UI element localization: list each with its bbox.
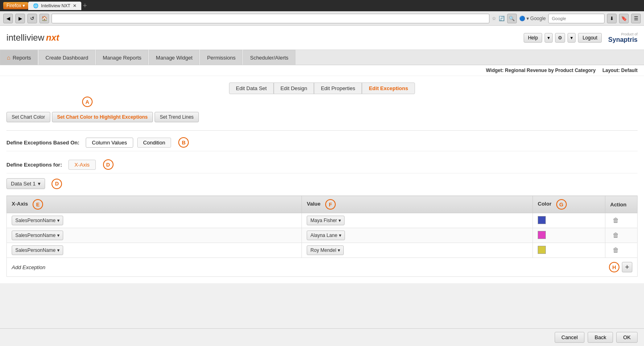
main-content: Edit Data Set Edit Design Edit Propertie… xyxy=(0,76,644,283)
home-icon: ⌂ xyxy=(7,54,10,61)
col-header-value: Value F xyxy=(302,196,533,213)
nav-tabs: ⌂ Reports Create Dashboard Manage Report… xyxy=(0,50,644,65)
back-button[interactable]: ◀ xyxy=(3,14,13,23)
logo-nxt: nxt xyxy=(46,33,59,43)
color-cell-2 xyxy=(533,228,605,243)
delete-button-3[interactable]: 🗑 xyxy=(610,246,621,255)
header-right: Help ▾ ⚙ ▾ Logout Product of Synaptris xyxy=(524,32,638,43)
x-axis-tab[interactable]: X-Axis xyxy=(68,160,96,170)
define-exceptions-label: Define Exceptions Based On: xyxy=(6,140,79,146)
download-button[interactable]: ⬇ xyxy=(607,14,617,23)
exception-table: X-Axis E Value F Color G Action Sa xyxy=(6,196,638,258)
tab-edit-exceptions[interactable]: Edit Exceptions xyxy=(362,82,415,94)
settings-arrow-button[interactable]: ▾ xyxy=(568,33,576,43)
x-axis-cell-1: SalesPersonName ▾ xyxy=(7,213,302,228)
chart-color-bar: Set Chart Color Set Chart Color to Highl… xyxy=(6,112,638,122)
annotation-d: D xyxy=(52,179,62,189)
define-exceptions-based-on-section: Define Exceptions Based On: Column Value… xyxy=(6,134,638,151)
set-chart-color-button[interactable]: Set Chart Color xyxy=(6,112,50,122)
firefox-button[interactable]: Firefox ▾ xyxy=(3,2,28,9)
search-button[interactable]: 🔍 xyxy=(507,14,517,23)
tab-close-icon[interactable]: ✕ xyxy=(73,3,76,8)
value-arrow-2: ▾ xyxy=(339,233,341,238)
dataset-select[interactable]: Data Set 1 ▾ xyxy=(6,178,45,189)
set-chart-color-highlight-button[interactable]: Set Chart Color to Highlight Exceptions xyxy=(52,112,153,122)
tab-permissions-label: Permissions xyxy=(207,55,235,61)
color-swatch-2[interactable] xyxy=(538,231,546,239)
logo: intelliview nxt xyxy=(6,33,59,43)
forward-button[interactable]: ▶ xyxy=(15,14,25,23)
tab-manage-reports[interactable]: Manage Reports xyxy=(96,50,148,65)
x-axis-value-1: SalesPersonName xyxy=(15,218,56,223)
define-for-label: Define Exceptions for: xyxy=(6,162,62,168)
tab-scheduler-alerts[interactable]: Scheduler/Alerts xyxy=(243,50,295,65)
annotation-b: B xyxy=(178,137,189,148)
col-header-color: Color G xyxy=(533,196,605,213)
color-swatch-1[interactable] xyxy=(538,216,546,224)
x-axis-cell-2: SalesPersonName ▾ xyxy=(7,228,302,243)
tab-scheduler-alerts-label: Scheduler/Alerts xyxy=(250,55,288,61)
add-exception-row: Add Exception H + xyxy=(6,258,638,277)
value-1: Maya Fisher xyxy=(310,218,337,223)
column-values-tab[interactable]: Column Values xyxy=(86,138,133,148)
tab-permissions[interactable]: Permissions xyxy=(200,50,242,65)
menu-button[interactable]: ☰ xyxy=(631,14,641,23)
layout-value: Default xyxy=(621,68,638,73)
widget-label: Widget: xyxy=(486,68,504,73)
value-cell-3: Roy Mendel ▾ xyxy=(302,243,533,258)
action-cell-1: 🗑 xyxy=(605,213,638,228)
app-header: intelliview nxt Help ▾ ⚙ ▾ Logout Produc… xyxy=(0,26,644,50)
tab-edit-design[interactable]: Edit Design xyxy=(274,82,314,94)
annotation-f: F xyxy=(325,199,336,210)
table-row: SalesPersonName ▾ Maya Fisher ▾ 🗑 xyxy=(7,213,638,228)
widget-value: Regional Revenue by Product Category xyxy=(505,68,596,73)
value-2: Alayna Lane xyxy=(310,233,337,238)
address-input[interactable]: trials.intelliviewnxt.com/IntelliviewNXT… xyxy=(52,14,489,23)
sub-tabs: Edit Data Set Edit Design Edit Propertie… xyxy=(229,82,415,94)
bookmarks-button[interactable]: 🔖 xyxy=(619,14,629,23)
logout-button[interactable]: Logout xyxy=(578,33,602,43)
condition-tab[interactable]: Condition xyxy=(137,138,171,148)
add-exception-label: Add Exception xyxy=(12,264,45,270)
color-swatch-3[interactable] xyxy=(538,246,546,254)
value-cell-2: Alayna Lane ▾ xyxy=(302,228,533,243)
value-arrow-1: ▾ xyxy=(339,218,341,223)
x-axis-select-3[interactable]: SalesPersonName ▾ xyxy=(12,245,63,255)
help-arrow-button[interactable]: ▾ xyxy=(545,33,553,43)
value-arrow-3: ▾ xyxy=(338,247,340,253)
new-tab-button[interactable]: + xyxy=(83,2,87,10)
reload-button[interactable]: ↺ xyxy=(27,14,37,23)
value-select-2[interactable]: Alayna Lane ▾ xyxy=(307,231,345,240)
x-axis-select-1[interactable]: SalesPersonName ▾ xyxy=(12,216,63,225)
tab-edit-properties[interactable]: Edit Properties xyxy=(314,82,362,94)
x-axis-select-2[interactable]: SalesPersonName ▾ xyxy=(12,231,63,240)
annotation-e: E xyxy=(33,199,43,210)
delete-button-2[interactable]: 🗑 xyxy=(610,231,621,240)
sidebar-item-reports[interactable]: ⌂ Reports xyxy=(0,50,38,65)
refresh-icon: 🔄 xyxy=(499,16,505,21)
search-input[interactable] xyxy=(548,14,605,23)
annotation-g: G xyxy=(556,199,567,210)
address-bar: ◀ ▶ ↺ 🏠 trials.intelliviewnxt.com/Intell… xyxy=(0,11,644,26)
set-trend-lines-button[interactable]: Set Trend Lines xyxy=(155,112,199,122)
value-select-1[interactable]: Maya Fisher ▾ xyxy=(307,216,345,225)
tab-manage-widget[interactable]: Manage Widget xyxy=(149,50,199,65)
value-select-3[interactable]: Roy Mendel ▾ xyxy=(307,245,344,255)
tab-reports-label: Reports xyxy=(12,55,31,61)
tab-create-dashboard[interactable]: Create Dashboard xyxy=(39,50,95,65)
home-nav-button[interactable]: 🏠 xyxy=(39,14,49,23)
add-exception-button[interactable]: + xyxy=(622,262,632,272)
help-button[interactable]: Help xyxy=(524,33,543,43)
dataset-label: Data Set 1 xyxy=(11,181,35,187)
product-of-label: Product of xyxy=(608,32,638,36)
dataset-row: Data Set 1 ▾ D xyxy=(6,178,638,189)
dataset-arrow-icon: ▾ xyxy=(38,181,41,187)
tab-edit-data-set[interactable]: Edit Data Set xyxy=(229,82,274,94)
x-axis-cell-3: SalesPersonName ▾ xyxy=(7,243,302,258)
x-axis-value-3: SalesPersonName xyxy=(15,247,56,253)
settings-button[interactable]: ⚙ xyxy=(555,33,565,43)
color-cell-3 xyxy=(533,243,605,258)
browser-tab[interactable]: 🌐 Intelliview NXT ✕ xyxy=(28,2,81,10)
action-cell-2: 🗑 xyxy=(605,228,638,243)
delete-button-1[interactable]: 🗑 xyxy=(610,216,621,225)
